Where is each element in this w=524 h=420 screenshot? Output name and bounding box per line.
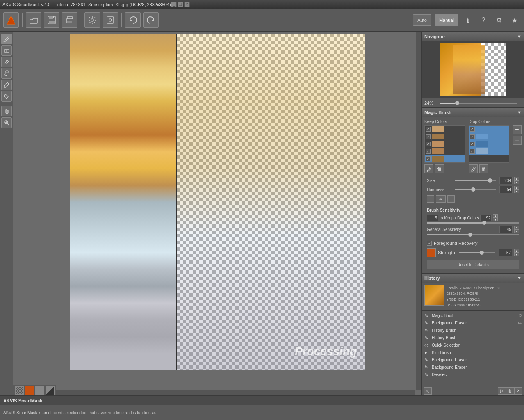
keep-check-1[interactable]: ✓ [426, 127, 431, 132]
hand-tool[interactable] [1, 106, 12, 116]
zoom-tool[interactable] [1, 117, 12, 128]
keep-check-4[interactable]: ✓ [426, 149, 431, 154]
keep-eyedropper-btn[interactable] [424, 164, 433, 173]
fg-strength-up[interactable]: ▲ [514, 249, 519, 253]
manual-mode-button[interactable]: Manual [435, 14, 458, 26]
history-item-blur-brush[interactable]: ● Blur Brush [422, 349, 524, 356]
remove-color-btn[interactable]: − [513, 136, 522, 145]
color-picker-tool[interactable] [1, 80, 12, 90]
keep-sensitivity-value[interactable]: 5 [427, 215, 438, 221]
print-button[interactable] [62, 12, 77, 28]
canvas-horizontal-scroll[interactable] [13, 390, 415, 395]
redo-button[interactable] [143, 12, 159, 28]
gen-sens-up[interactable]: ▲ [514, 226, 519, 229]
history-back-btn[interactable]: ◁ [424, 387, 432, 395]
brush-edit-btn[interactable]: ✏ [436, 195, 446, 203]
checkerboard-swatch[interactable] [15, 386, 24, 395]
size-slider[interactable] [455, 180, 496, 181]
size-up[interactable]: ▲ [514, 177, 519, 180]
drop-color-row-2[interactable]: ✓ [469, 133, 509, 140]
drop-eyedropper-btn[interactable] [469, 164, 478, 173]
general-sensitivity-value[interactable]: 45 [499, 226, 513, 233]
canvas-area[interactable]: Processing [13, 32, 421, 395]
drop-check-2[interactable]: ✓ [470, 134, 475, 139]
auto-mode-button[interactable]: Auto [413, 14, 431, 26]
history-item-quick-selection[interactable]: ◎ Quick Selection [422, 341, 524, 349]
undo-button[interactable] [125, 12, 141, 28]
brush-plus-btn[interactable]: + [447, 195, 455, 203]
keep-check-3[interactable]: ✓ [426, 142, 431, 146]
fg-strength-down[interactable]: ▼ [514, 253, 519, 256]
keep-color-row-3[interactable]: ✓ [425, 140, 465, 148]
help-button[interactable]: ? [477, 14, 490, 26]
drop-check-3[interactable]: ✓ [470, 142, 475, 146]
drop-color-row-4[interactable]: ✓ [469, 148, 509, 155]
keep-check-2[interactable]: ✓ [426, 134, 431, 139]
history-item-bg-eraser-3[interactable]: ✎ Background Eraser [422, 363, 524, 371]
drop-color-row-5[interactable] [469, 155, 509, 162]
restore-button[interactable]: ❐ [178, 2, 183, 7]
star-button[interactable]: ★ [508, 14, 521, 26]
nav-zoom-slider[interactable] [440, 103, 517, 104]
fg-color-swatch[interactable] [427, 248, 436, 257]
drop-sens-down[interactable]: ▼ [493, 218, 498, 221]
magic-brush-collapse[interactable]: ▼ [517, 110, 522, 115]
history-step-back-btn[interactable]: ▷ [498, 387, 506, 395]
drop-delete-btn[interactable]: 🗑 [479, 164, 488, 173]
history-clear-btn[interactable]: ✕ [514, 387, 522, 395]
navigator-collapse[interactable]: ▼ [517, 34, 522, 39]
history-item-history-brush-1[interactable]: ✎ History Brush [422, 326, 524, 334]
gear-button[interactable]: ⚙ [493, 14, 505, 26]
history-item-history-brush-2[interactable]: ✎ History Brush [422, 334, 524, 341]
gen-sens-down[interactable]: ▼ [514, 229, 519, 233]
fill-tool[interactable] [1, 91, 12, 102]
gen-sensitivity-slider[interactable] [427, 234, 519, 235]
fg-strength-value[interactable]: 57 [499, 249, 512, 256]
drop-sens-up[interactable]: ▲ [493, 214, 498, 218]
fg-strength-slider[interactable] [459, 252, 495, 253]
save-button[interactable] [44, 12, 59, 28]
brush-tool[interactable] [1, 68, 12, 79]
magic-brush-tool[interactable] [1, 34, 12, 44]
midtone-swatch[interactable] [35, 386, 44, 395]
drop-color-row-3[interactable]: ✓ [469, 140, 509, 148]
minimize-button[interactable]: _ [171, 2, 177, 7]
eraser-tool[interactable] [1, 45, 12, 56]
keep-color-row-5[interactable]: ✓ [425, 155, 465, 162]
keep-delete-btn[interactable]: 🗑 [435, 164, 444, 173]
drop-check-4[interactable]: ✓ [470, 149, 475, 154]
nav-zoom-minus[interactable]: − [435, 100, 438, 106]
canvas-divider[interactable] [176, 34, 177, 370]
history-collapse[interactable]: ▼ [517, 276, 522, 281]
reset-defaults-button[interactable]: Reset to Defaults [427, 260, 519, 269]
close-button[interactable]: ✕ [184, 2, 190, 7]
gradient-swatch[interactable] [46, 386, 55, 395]
history-item-bg-eraser-2[interactable]: ✎ Background Eraser [422, 356, 524, 363]
add-color-btn[interactable]: + [513, 125, 522, 134]
foreground-swatch[interactable] [25, 386, 34, 395]
drop-color-row-1[interactable]: ✓ [469, 126, 509, 133]
sensitivity-slider[interactable] [427, 222, 519, 224]
settings-icon[interactable] [84, 12, 100, 28]
size-down[interactable]: ▼ [514, 180, 519, 184]
info-button[interactable]: ℹ [462, 14, 474, 26]
keep-check-5[interactable]: ✓ [426, 156, 431, 161]
keep-color-row-4[interactable]: ✓ [425, 148, 465, 155]
hardness-down[interactable]: ▼ [514, 189, 519, 193]
history-item-deselect[interactable]: ✎ Deselect [422, 371, 524, 378]
history-delete-btn[interactable]: 🗑 [506, 387, 514, 395]
open-button[interactable] [26, 12, 41, 28]
hardness-up[interactable]: ▲ [514, 186, 519, 189]
drop-check-1[interactable]: ✓ [470, 127, 475, 132]
hardness-slider[interactable] [455, 189, 496, 190]
pencil-tool[interactable] [1, 57, 12, 67]
keep-color-row-1[interactable]: ✓ [425, 126, 465, 133]
history-content[interactable]: Fotolia_784861_Subscription_XL... 2332x3… [422, 283, 524, 386]
nav-zoom-plus[interactable]: + [519, 100, 522, 106]
keep-color-row-2[interactable]: ✓ [425, 133, 465, 140]
history-item-bg-eraser-1[interactable]: ✎ Background Eraser 14 [422, 319, 524, 326]
history-item-magic-brush[interactable]: ✎ Magic Brush 5 [422, 312, 524, 319]
brush-minus-btn[interactable]: − [427, 195, 434, 203]
fg-checkbox[interactable]: ✓ [427, 241, 432, 246]
drop-sensitivity-value[interactable]: 92 [480, 215, 492, 221]
